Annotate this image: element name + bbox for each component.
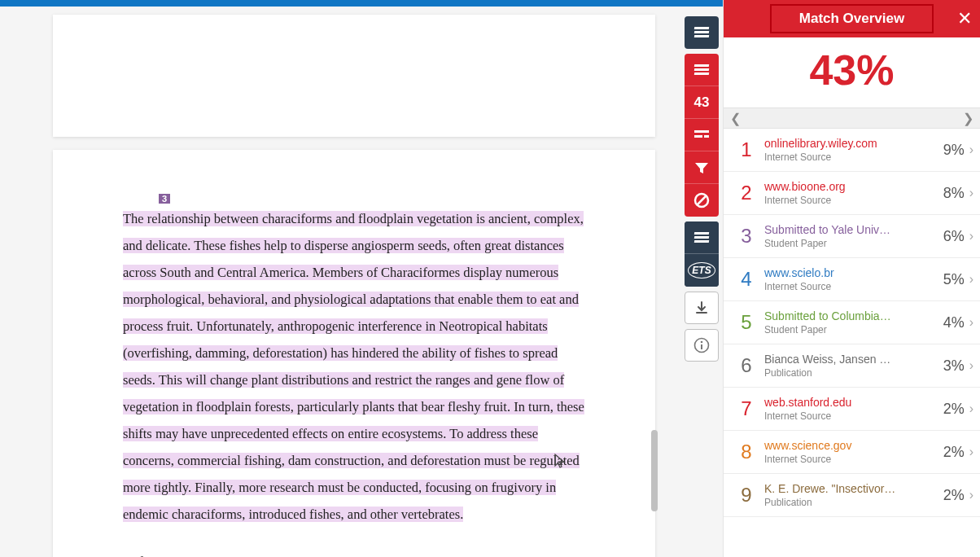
svg-rect-0	[694, 130, 709, 133]
source-body: onlinelibrary.wiley.comInternet Source	[758, 137, 943, 163]
grading-layers-button[interactable]	[685, 221, 719, 254]
source-number: 9	[735, 484, 758, 507]
svg-rect-7	[701, 344, 702, 349]
source-type: Internet Source	[764, 195, 943, 206]
bars-icon	[694, 129, 709, 142]
chevron-right-icon: ›	[969, 401, 973, 416]
match-source-tag[interactable]: 3	[159, 194, 170, 204]
highlighted-text[interactable]: The relationship between characiforms an…	[123, 211, 584, 522]
layers-button[interactable]	[685, 16, 719, 49]
filter-button[interactable]	[685, 151, 719, 184]
source-percent: 6%	[943, 228, 965, 245]
chevron-right-icon: ›	[969, 143, 973, 157]
essay-body: The relationship between characiforms an…	[123, 205, 585, 528]
source-title: Submitted to Yale Univ…	[764, 223, 943, 236]
source-item[interactable]: 2www.bioone.orgInternet Source8%›	[724, 172, 980, 215]
source-title: www.scielo.br	[764, 266, 943, 279]
source-list[interactable]: 1onlinelibrary.wiley.comInternet Source9…	[724, 129, 980, 557]
chevron-right-icon: ›	[969, 445, 973, 459]
overall-similarity-score: 43%	[724, 37, 980, 107]
svg-point-6	[701, 341, 703, 344]
source-percent: 2%	[943, 487, 965, 504]
match-overview-sidebar: Match Overview ✕ 43% ❮ ❯ 1onlinelibrary.…	[723, 0, 980, 557]
document-page-prev	[53, 15, 655, 137]
layers-icon	[694, 64, 709, 76]
source-type: Internet Source	[764, 410, 943, 422]
source-item[interactable]: 5Submitted to Columbia…Student Paper4%›	[724, 301, 980, 344]
close-sidebar-button[interactable]: ✕	[957, 8, 972, 29]
source-title: Bianca Weiss, Jansen …	[764, 353, 943, 366]
chevron-right-icon: ›	[969, 315, 973, 330]
similarity-group: 43	[685, 54, 719, 217]
svg-rect-1	[694, 135, 702, 138]
source-number: 8	[735, 441, 758, 463]
layers-icon	[694, 232, 709, 243]
chevron-right-icon: ›	[969, 229, 973, 243]
source-item[interactable]: 9K. E. Drewe. "Insectivor…Publication2%›	[724, 474, 980, 517]
download-icon	[694, 300, 709, 315]
source-percent: 2%	[943, 401, 965, 418]
svg-rect-2	[704, 135, 709, 138]
grading-group: ETS	[685, 221, 719, 287]
source-title: www.science.gov	[764, 439, 943, 452]
no-entry-icon	[693, 192, 710, 208]
source-item[interactable]: 7web.stanford.eduInternet Source2%›	[724, 388, 980, 431]
source-item[interactable]: 4www.scielo.brInternet Source5%›	[724, 258, 980, 301]
source-number: 5	[735, 311, 758, 334]
source-type: Publication	[764, 367, 943, 379]
source-type: Student Paper	[764, 324, 943, 336]
source-type: Internet Source	[764, 151, 943, 163]
source-percent: 2%	[943, 444, 965, 461]
source-body: www.scielo.brInternet Source	[758, 266, 943, 292]
source-number: 2	[735, 182, 758, 204]
source-title: Submitted to Columbia…	[764, 309, 943, 322]
source-number: 7	[735, 397, 758, 420]
similarity-score-badge[interactable]: 43	[685, 86, 719, 119]
prev-source-button[interactable]: ❮	[730, 111, 741, 126]
source-type: Publication	[764, 497, 943, 508]
sidebar-title: Match Overview	[770, 4, 934, 33]
source-item[interactable]: 6Bianca Weiss, Jansen …Publication3%›	[724, 344, 980, 388]
source-item[interactable]: 1onlinelibrary.wiley.comInternet Source9…	[724, 129, 980, 172]
vertical-toolbar: 43 ETS	[685, 16, 719, 366]
chevron-right-icon: ›	[969, 186, 973, 200]
similarity-layers-button[interactable]	[685, 54, 719, 86]
source-number: 3	[735, 225, 758, 248]
source-percent: 9%	[943, 142, 965, 159]
sidebar-header: Match Overview ✕	[724, 0, 980, 37]
exclude-button[interactable]	[685, 184, 719, 217]
source-number: 6	[735, 354, 758, 377]
source-percent: 4%	[943, 314, 965, 331]
close-icon: ✕	[957, 8, 972, 29]
source-item[interactable]: 8www.science.govInternet Source2%›	[724, 431, 980, 474]
document-viewer: 3 The relationship between characiforms …	[0, 7, 723, 557]
next-source-button[interactable]: ❯	[963, 111, 973, 126]
chevron-right-icon: ›	[969, 272, 973, 287]
source-number: 1	[735, 138, 758, 161]
info-button[interactable]	[685, 329, 719, 362]
download-button[interactable]	[685, 292, 719, 324]
source-percent: 8%	[943, 185, 965, 202]
source-title: web.stanford.edu	[764, 396, 943, 409]
references-heading: References	[123, 554, 585, 557]
source-body: Bianca Weiss, Jansen …Publication	[758, 353, 943, 379]
all-sources-button[interactable]	[685, 119, 719, 151]
source-type: Internet Source	[764, 281, 943, 292]
source-item[interactable]: 3Submitted to Yale Univ…Student Paper6%›	[724, 215, 980, 258]
source-percent: 5%	[943, 271, 965, 288]
source-body: www.science.govInternet Source	[758, 439, 943, 465]
source-title: K. E. Drewe. "Insectivor…	[764, 482, 943, 495]
source-title: www.bioone.org	[764, 180, 943, 193]
chevron-right-icon: ›	[969, 358, 973, 373]
ets-icon: ETS	[688, 262, 715, 278]
ets-button[interactable]: ETS	[685, 254, 719, 287]
document-page: 3 The relationship between characiforms …	[53, 150, 655, 557]
source-body: Submitted to Columbia…Student Paper	[758, 309, 943, 336]
source-body: Submitted to Yale Univ…Student Paper	[758, 223, 943, 249]
source-title: onlinelibrary.wiley.com	[764, 137, 943, 150]
source-number: 4	[735, 268, 758, 291]
source-nav: ❮ ❯	[724, 107, 980, 129]
funnel-icon	[694, 161, 709, 174]
chevron-right-icon: ›	[969, 488, 973, 502]
scrollbar-thumb[interactable]	[651, 430, 658, 511]
